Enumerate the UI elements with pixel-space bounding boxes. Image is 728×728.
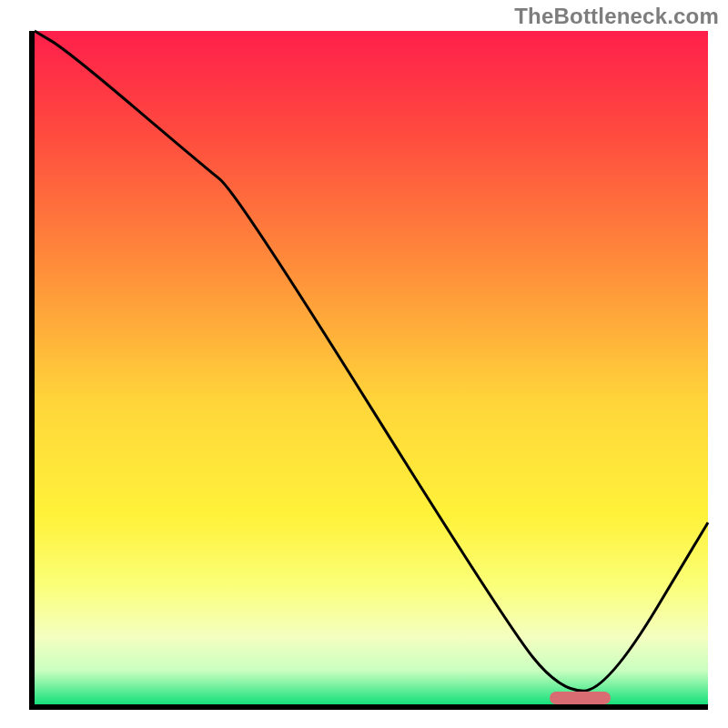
plot-area xyxy=(29,31,708,710)
curve-svg xyxy=(35,31,708,704)
watermark-label: TheBottleneck.com xyxy=(514,4,719,29)
optimal-range-marker xyxy=(550,692,611,704)
bottleneck-curve xyxy=(35,31,708,691)
chart-canvas: TheBottleneck.com xyxy=(0,0,728,728)
